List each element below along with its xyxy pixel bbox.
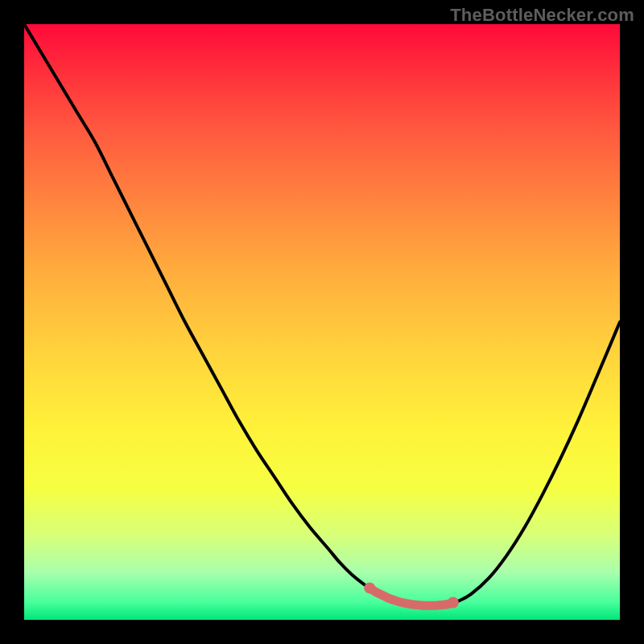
bottleneck-curve [24, 24, 620, 605]
chart-frame: TheBottleNecker.com [0, 0, 644, 644]
optimal-range-marker [369, 588, 453, 605]
curve-svg [24, 24, 620, 620]
optimal-range-start-dot [364, 582, 375, 593]
watermark-label: TheBottleNecker.com [450, 5, 634, 26]
optimal-range-end-dot [448, 597, 459, 609]
plot-area [24, 24, 620, 620]
